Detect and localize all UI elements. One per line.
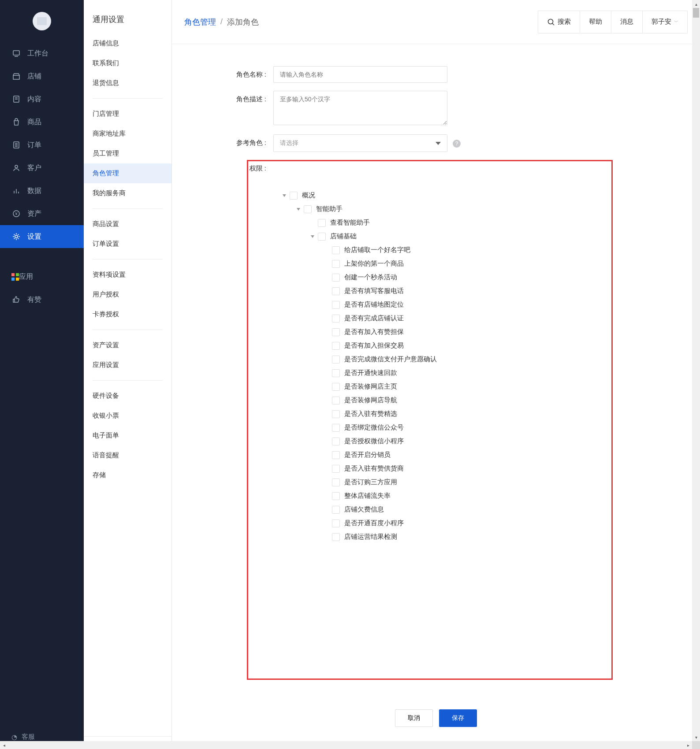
scroll-right-button[interactable]: ▸ xyxy=(684,741,692,749)
primary-item-label: 应用 xyxy=(19,272,33,282)
secondary-item[interactable]: 店铺信息 xyxy=(84,33,171,53)
tree-checkbox[interactable] xyxy=(332,315,340,323)
scrollbar-corner xyxy=(692,741,700,749)
role-name-input[interactable] xyxy=(273,66,447,83)
role-desc-textarea[interactable] xyxy=(273,91,447,125)
secondary-item[interactable]: 订单设置 xyxy=(84,234,171,254)
secondary-item[interactable]: 我的服务商 xyxy=(84,183,171,203)
role-desc-label: 角色描述 xyxy=(203,91,273,104)
primary-item-label: 订单 xyxy=(27,141,41,150)
tree-node-label: 是否开启分销员 xyxy=(344,451,391,459)
scrollbar-horizontal[interactable]: ◂ ▸ xyxy=(0,741,692,749)
ref-role-select[interactable]: 请选择 xyxy=(273,134,447,152)
secondary-item[interactable]: 电子面单 xyxy=(84,426,171,445)
primary-item-2[interactable]: 内容 xyxy=(0,88,84,111)
primary-extra-0[interactable]: 应用 xyxy=(0,266,84,288)
tree-checkbox[interactable] xyxy=(332,328,340,336)
secondary-item[interactable]: 资产设置 xyxy=(84,335,171,355)
scroll-up-button[interactable]: ▴ xyxy=(692,0,700,8)
primary-item-label: 内容 xyxy=(27,95,41,104)
secondary-item[interactable]: 卡券授权 xyxy=(84,304,171,324)
tree-checkbox[interactable] xyxy=(332,383,340,391)
tree-checkbox[interactable] xyxy=(332,492,340,500)
primary-item-0[interactable]: 工作台 xyxy=(0,42,84,65)
secondary-item[interactable]: 联系我们 xyxy=(84,53,171,73)
secondary-item[interactable]: 语音提醒 xyxy=(84,445,171,465)
tree-checkbox[interactable] xyxy=(332,287,340,295)
tree-node: 是否装修网店主页 xyxy=(283,380,598,393)
tree-checkbox[interactable] xyxy=(332,478,340,486)
secondary-item[interactable]: 资料项设置 xyxy=(84,265,171,285)
primary-item-4[interactable]: 订单 xyxy=(0,133,84,156)
help-icon[interactable]: ? xyxy=(453,140,461,148)
tree-checkbox[interactable] xyxy=(332,410,340,418)
tree-node: 是否装修网店导航 xyxy=(283,393,598,407)
primary-item-5[interactable]: 客户 xyxy=(0,156,84,179)
tree-caret-icon[interactable] xyxy=(283,194,286,197)
cancel-button[interactable]: 取消 xyxy=(395,709,433,727)
secondary-item[interactable]: 退货信息 xyxy=(84,73,171,93)
help-action[interactable]: 帮助 xyxy=(580,11,611,33)
tree-checkbox[interactable] xyxy=(332,519,340,527)
tree-checkbox[interactable] xyxy=(332,438,340,445)
tree-checkbox[interactable] xyxy=(332,465,340,473)
tree-node-label: 是否开通百度小程序 xyxy=(344,519,404,527)
tree-checkbox[interactable] xyxy=(332,451,340,459)
primary-item-1[interactable]: 店铺 xyxy=(0,65,84,88)
secondary-item[interactable]: 门店管理 xyxy=(84,104,171,124)
tree-checkbox[interactable] xyxy=(318,219,326,227)
secondary-item[interactable]: 收银小票 xyxy=(84,406,171,426)
tree-checkbox[interactable] xyxy=(332,424,340,432)
tree-checkbox[interactable] xyxy=(332,506,340,514)
primary-item-8[interactable]: 设置 xyxy=(0,225,84,248)
scrollbar-thumb[interactable] xyxy=(693,8,699,18)
primary-nav: 工作台店铺内容商品订单客户数据¥资产设置应用有赞 xyxy=(0,42,84,725)
tree-caret-icon[interactable] xyxy=(311,235,314,238)
scroll-left-button[interactable]: ◂ xyxy=(0,741,8,749)
secondary-item[interactable]: 存储 xyxy=(84,465,171,485)
tree-checkbox[interactable] xyxy=(290,192,298,200)
tree-checkbox[interactable] xyxy=(318,233,326,241)
svg-point-9 xyxy=(15,165,18,168)
primary-item-7[interactable]: ¥资产 xyxy=(0,202,84,225)
primary-extra-1[interactable]: 有赞 xyxy=(0,288,84,311)
tree-checkbox[interactable] xyxy=(332,533,340,541)
tree-checkbox[interactable] xyxy=(332,246,340,254)
tree-checkbox[interactable] xyxy=(332,356,340,363)
user-menu[interactable]: 郭子安 ﹀ xyxy=(642,11,687,33)
svg-point-16 xyxy=(548,19,553,24)
secondary-item[interactable]: 角色管理 xyxy=(84,163,171,183)
tree-checkbox[interactable] xyxy=(332,369,340,377)
secondary-item[interactable]: 应用设置 xyxy=(84,355,171,375)
breadcrumb-parent[interactable]: 角色管理 xyxy=(184,17,216,27)
tree-node-label: 是否订购三方应用 xyxy=(344,478,397,486)
primary-item-6[interactable]: 数据 xyxy=(0,179,84,202)
secondary-item[interactable]: 商品设置 xyxy=(84,214,171,234)
scroll-down-button[interactable]: ▾ xyxy=(692,733,700,741)
messages-action[interactable]: 消息 xyxy=(611,11,642,33)
tree-node: 店铺运营结果检测 xyxy=(283,530,598,544)
primary-item-label: 数据 xyxy=(27,186,41,196)
tree-checkbox[interactable] xyxy=(332,397,340,404)
save-button[interactable]: 保存 xyxy=(439,709,477,727)
logo[interactable] xyxy=(33,12,51,30)
search-action[interactable]: 搜索 xyxy=(538,11,580,33)
tree-checkbox[interactable] xyxy=(332,301,340,309)
tree-node: 是否开通快速回款 xyxy=(283,366,598,380)
primary-item-3[interactable]: 商品 xyxy=(0,111,84,133)
tree-node: 智能助手 xyxy=(283,202,598,216)
separator xyxy=(93,380,163,381)
tree-checkbox[interactable] xyxy=(332,342,340,350)
tree-checkbox[interactable] xyxy=(304,205,312,213)
tree-checkbox[interactable] xyxy=(332,260,340,268)
secondary-item[interactable]: 用户授权 xyxy=(84,285,171,304)
secondary-item[interactable]: 员工管理 xyxy=(84,144,171,163)
user-icon xyxy=(11,163,21,173)
secondary-item[interactable]: 商家地址库 xyxy=(84,124,171,144)
svg-point-15 xyxy=(15,235,18,238)
secondary-item[interactable]: 硬件设备 xyxy=(84,386,171,406)
tree-checkbox[interactable] xyxy=(332,274,340,282)
svg-text:¥: ¥ xyxy=(15,211,18,216)
tree-caret-icon[interactable] xyxy=(297,208,300,211)
scrollbar-vertical[interactable]: ▴ ▾ xyxy=(692,0,700,741)
